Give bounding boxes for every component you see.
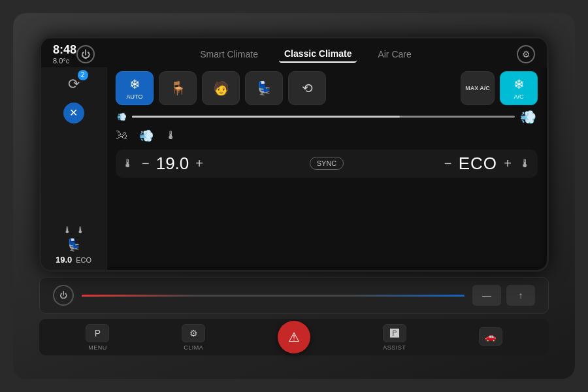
occupant-icon: 🧑 (213, 80, 229, 96)
sidebar-bottom: 🌡 🌡 💺 19.0 ECO (56, 225, 91, 265)
menu-button-clima[interactable]: ⚙ CLIMA (182, 324, 205, 351)
parking-label: MENU (88, 344, 107, 351)
temp-control-left: − 19.0 + (139, 154, 304, 174)
sidebar-heat-icons: 🌡 🌡 (63, 225, 85, 235)
ac-label: A/C (514, 93, 523, 100)
phys-fan-down-button[interactable]: — (472, 285, 501, 306)
seat-heat-icon: 🪑 (170, 80, 186, 96)
top-bar: 8:48 8.0°c ⏻ Smart Climate Classic Clima… (41, 39, 547, 67)
airflow-row: 🌬 💨 🌡 (116, 129, 538, 143)
seat-heat-right-icon: 🌡 (76, 225, 85, 235)
fan-speed-fill (132, 116, 400, 118)
airflow-defrост-icon[interactable]: 🌡 (165, 129, 177, 142)
function-buttons: ❄ AUTO 🪑 🧑 💺 (116, 71, 538, 105)
left-temp-plus-button[interactable]: + (193, 156, 206, 171)
tab-classic-climate[interactable]: Classic Climate (279, 46, 357, 63)
fan-speed-row: 💨 💨 (116, 109, 538, 125)
temp-control-right: − ECO + (349, 154, 514, 174)
right-temp-plus-button[interactable]: + (501, 156, 514, 171)
menu-button-parking[interactable]: P MENU (86, 324, 109, 351)
sidebar-seat-icon: 💺 (67, 238, 81, 252)
bottom-menu-bar: P MENU ⚙ CLIMA ⚠ 🅿 ASSIST 🚗 (39, 319, 549, 355)
clima-label: CLIMA (184, 344, 203, 351)
phys-slider-cool-fill (350, 295, 465, 297)
fan-low-icon: 💨 (117, 112, 127, 122)
recirculate-icon: ⟲ (302, 80, 313, 96)
phys-slider-warm-fill (82, 295, 197, 297)
right-temp-minus-button[interactable]: − (442, 156, 455, 171)
temp-control-row: 🌡 − 19.0 + SYNC − ECO + 🌡 (116, 150, 538, 178)
seat-heat-left-icon: 🌡 (63, 225, 72, 235)
auto-fan-button[interactable]: ❄ AUTO (116, 71, 154, 105)
recirculate-button[interactable]: ⟲ (288, 71, 326, 105)
left-seat-heat-icon: 🌡 (122, 157, 134, 171)
sidebar-eco-label: ECO (76, 256, 91, 264)
max-ac-label: MAX A/C (465, 85, 490, 91)
menu-button-assist[interactable]: 🅿 ASSIST (383, 324, 406, 351)
car-icon: 🚗 (479, 327, 502, 346)
clock-display: 8:48 (53, 44, 76, 57)
phys-temp-slider[interactable] (82, 295, 465, 297)
phys-power-button[interactable]: ⏻ (53, 285, 74, 306)
assist-label: ASSIST (383, 344, 406, 351)
tab-smart-climate[interactable]: Smart Climate (195, 46, 263, 62)
sidebar-temp-row: 19.0 ECO (56, 255, 91, 265)
airflow-face-icon[interactable]: 🌬 (116, 129, 127, 142)
occupant-button[interactable]: 🧑 (202, 71, 240, 105)
assist-icon: 🅿 (383, 324, 406, 342)
main-content: ❄ AUTO 🪑 🧑 💺 (106, 67, 547, 270)
main-screen: 8:48 8.0°c ⏻ Smart Climate Classic Clima… (39, 37, 549, 272)
nav-tabs: Smart Climate Classic Climate Air Care (95, 46, 517, 63)
settings-button[interactable]: ⚙ (517, 45, 535, 63)
parking-icon: P (86, 324, 109, 342)
hazard-button[interactable]: ⚠ (278, 321, 310, 353)
hazard-icon: ⚠ (288, 329, 300, 345)
phys-buttons-group: — ↑ (472, 285, 535, 306)
car-surround: 8:48 8.0°c ⏻ Smart Climate Classic Clima… (13, 13, 575, 379)
tab-air-care[interactable]: Air Care (372, 46, 416, 62)
auto-fan-icon: ❄ (129, 76, 140, 92)
time-block: 8:48 8.0°c (53, 44, 76, 65)
phys-fan-up-button[interactable]: ↑ (506, 285, 535, 306)
right-eco-value: ECO (458, 154, 497, 174)
sidebar-close-button[interactable]: ✕ (63, 103, 84, 123)
auto-fan-label: AUTO (127, 93, 143, 100)
right-seat-heat-icon: 🌡 (519, 157, 531, 171)
power-button[interactable]: ⏻ (76, 45, 95, 63)
max-ac-button[interactable]: MAX A/C (461, 71, 495, 105)
screen-body: ⟳ 2 ✕ 🌡 🌡 💺 19.0 ECO (41, 67, 547, 270)
sidebar-badge: ⟳ 2 (62, 73, 86, 96)
left-sidebar: ⟳ 2 ✕ 🌡 🌡 💺 19.0 ECO (41, 67, 106, 270)
rear-seat-button[interactable]: 💺 (245, 71, 283, 105)
fan-speed-slider[interactable] (132, 116, 515, 118)
seat-heat-button[interactable]: 🪑 (159, 71, 197, 105)
sync-button[interactable]: SYNC (310, 157, 344, 170)
ac-icon: ❄ (514, 76, 525, 92)
rear-seat-icon: 💺 (256, 80, 272, 96)
ac-button[interactable]: ❄ A/C (500, 71, 538, 105)
airflow-feet-icon[interactable]: 💨 (139, 129, 154, 143)
fan-high-icon: 💨 (520, 109, 536, 125)
clima-icon: ⚙ (182, 324, 205, 342)
outside-temp-display: 8.0°c (53, 57, 69, 65)
left-temp-value: 19.0 (156, 154, 189, 174)
sidebar-temp-value: 19.0 (56, 255, 72, 265)
left-temp-minus-button[interactable]: − (139, 156, 152, 171)
badge-count: 2 (78, 70, 88, 80)
physical-controls: ⏻ — ↑ (39, 277, 549, 314)
menu-button-car[interactable]: 🚗 (479, 327, 502, 348)
